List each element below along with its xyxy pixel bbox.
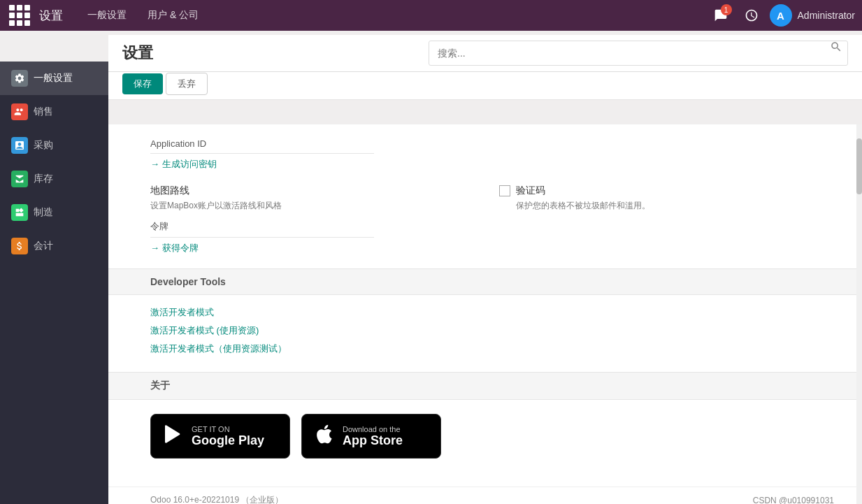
app-store-text: Download on the App Store	[343, 425, 403, 448]
footer: Odoo 16.0+e-20221019 （企业版） CSDN @u010991…	[108, 487, 862, 504]
scroll-container[interactable]: Application ID → 生成访问密钥 地图路线 设置MapBox账户以…	[108, 124, 862, 504]
purchase-icon	[11, 137, 28, 154]
version-text: Odoo 16.0+e-20221019 （企业版）	[150, 494, 283, 504]
app-store-small-text: Download on the	[343, 425, 403, 433]
top-nav-menu: 一般设置 用户 & 公司	[77, 0, 209, 31]
sidebar-label-purchase: 采购	[34, 139, 53, 152]
page-header-bar: 设置	[108, 35, 862, 72]
application-id-row: Application ID → 生成访问密钥	[150, 138, 834, 171]
about-header: 关于	[108, 372, 862, 400]
captcha-label: 验证码	[516, 185, 545, 197]
manufacture-icon	[11, 204, 28, 221]
sidebar-label-general: 一般设置	[34, 72, 73, 85]
scrollbar-track	[856, 124, 862, 504]
search-input[interactable]	[429, 41, 848, 66]
activate-dev-mode-link[interactable]: 激活开发者模式	[150, 306, 834, 319]
apps-grid-icon	[9, 5, 30, 26]
sidebar-label-inventory: 库存	[34, 173, 53, 185]
top-nav-right: 1 A Administrator	[708, 3, 855, 28]
app-title: 设置	[32, 8, 70, 24]
scrollbar-thumb[interactable]	[856, 138, 862, 194]
clock-button[interactable]	[739, 3, 764, 28]
sidebar-label-sales: 销售	[34, 106, 53, 118]
inventory-icon	[11, 171, 28, 187]
save-button[interactable]: 保存	[122, 73, 163, 94]
captcha-text: 验证码	[516, 185, 545, 197]
google-play-icon	[162, 423, 185, 450]
action-bar: 保存 丢弃	[108, 69, 862, 100]
app-store-badges: GET IT ON Google Play Download on the	[150, 414, 834, 459]
csdn-text: CSDN @u010991031	[753, 496, 834, 505]
apps-menu-button[interactable]	[7, 3, 32, 28]
sidebar-item-manufacture[interactable]: 制造	[0, 196, 108, 229]
search-container	[429, 41, 848, 66]
search-icon[interactable]	[830, 41, 842, 55]
app-store-icon	[313, 423, 336, 450]
sidebar-item-purchase[interactable]: 采购	[0, 129, 108, 162]
activate-dev-mode-assets-link[interactable]: 激活开发者模式 (使用资源)	[150, 324, 834, 337]
get-token-link[interactable]: → 获得令牌	[150, 242, 199, 254]
nav-general-settings[interactable]: 一般设置	[77, 0, 137, 31]
page-title: 设置	[122, 43, 153, 64]
application-id-label: Application ID	[150, 138, 834, 149]
captcha-desc: 保护您的表格不被垃圾邮件和滥用。	[516, 200, 834, 212]
settings-body: Application ID → 生成访问密钥 地图路线 设置MapBox账户以…	[108, 124, 862, 268]
token-section: 令牌 → 获得令牌	[150, 220, 485, 254]
sidebar-item-general[interactable]: 一般设置	[0, 62, 108, 95]
captcha-checkbox[interactable]	[499, 185, 510, 196]
about-content: GET IT ON Google Play Download on the	[108, 400, 862, 487]
sidebar-item-sales[interactable]: 销售	[0, 95, 108, 129]
sidebar-item-accounting[interactable]: 会计	[0, 229, 108, 263]
google-play-small-text: GET IT ON	[192, 425, 264, 433]
sidebar-label-manufacture: 制造	[34, 206, 53, 219]
nav-users-company[interactable]: 用户 & 公司	[137, 0, 209, 31]
app-store-badge[interactable]: Download on the App Store	[301, 414, 441, 459]
generate-key-link[interactable]: → 生成访问密钥	[150, 158, 217, 171]
app-store-large-text: App Store	[343, 433, 403, 448]
google-play-text: GET IT ON Google Play	[192, 425, 264, 448]
google-play-large-text: Google Play	[192, 433, 264, 448]
map-routes-label: 地图路线	[150, 185, 485, 197]
accounting-icon	[11, 238, 28, 254]
sales-icon	[11, 103, 28, 120]
admin-username[interactable]: Administrator	[798, 10, 855, 21]
sidebar-label-accounting: 会计	[34, 240, 53, 252]
google-play-badge[interactable]: GET IT ON Google Play	[150, 414, 290, 459]
sidebar-item-inventory[interactable]: 库存	[0, 162, 108, 196]
clock-icon	[745, 8, 759, 22]
gear-icon	[11, 70, 28, 87]
developer-tools-header: Developer Tools	[108, 268, 862, 295]
map-routes-section: 地图路线 设置MapBox账户以激活路线和风格 令牌 → 获得令牌	[150, 185, 485, 254]
developer-tools-content: 激活开发者模式 激活开发者模式 (使用资源) 激活开发者模式（使用资源测试）	[108, 295, 862, 372]
messages-button[interactable]: 1	[708, 3, 733, 28]
top-navigation: 设置 一般设置 用户 & 公司 1 A Administrator	[0, 0, 862, 31]
map-routes-desc: 设置MapBox账户以激活路线和风格	[150, 200, 485, 212]
sidebar: 一般设置 销售 采购 库存 制造	[0, 62, 108, 504]
discard-button[interactable]: 丢弃	[166, 73, 208, 95]
messages-badge: 1	[721, 4, 732, 15]
token-label: 令牌	[150, 220, 485, 233]
user-avatar[interactable]: A	[770, 4, 792, 27]
captcha-checkbox-row: 验证码	[499, 185, 834, 197]
activate-dev-mode-tests-link[interactable]: 激活开发者模式（使用资源测试）	[150, 343, 834, 355]
captcha-section: 验证码 保护您的表格不被垃圾邮件和滥用。	[499, 185, 834, 212]
